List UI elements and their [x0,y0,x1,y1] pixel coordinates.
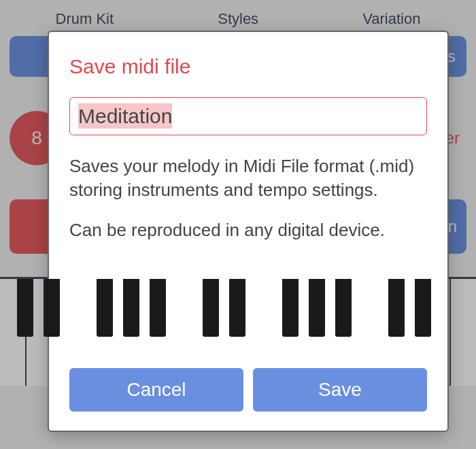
filename-input[interactable]: Meditation [69,97,427,135]
black-key[interactable] [309,279,325,337]
black-key[interactable] [335,279,352,337]
save-midi-dialog: Save midi file Meditation Saves your mel… [48,31,449,432]
black-key[interactable] [229,279,245,337]
black-key[interactable] [415,279,431,337]
black-key[interactable] [44,279,60,337]
cancel-button[interactable]: Cancel [69,368,243,412]
dialog-actions: Cancel Save [69,368,427,412]
dialog-title: Save midi file [69,55,427,78]
save-button[interactable]: Save [253,368,427,412]
black-key[interactable] [282,279,299,337]
black-key[interactable] [150,279,166,337]
black-key[interactable] [17,279,33,337]
black-key[interactable] [97,279,113,337]
black-key[interactable] [203,279,219,337]
description-line-1: Saves your melody in Midi File format (.… [69,154,427,202]
black-key[interactable] [388,279,405,337]
black-key[interactable] [123,279,139,337]
description-line-2: Can be reproduced in any digital device. [69,218,427,242]
